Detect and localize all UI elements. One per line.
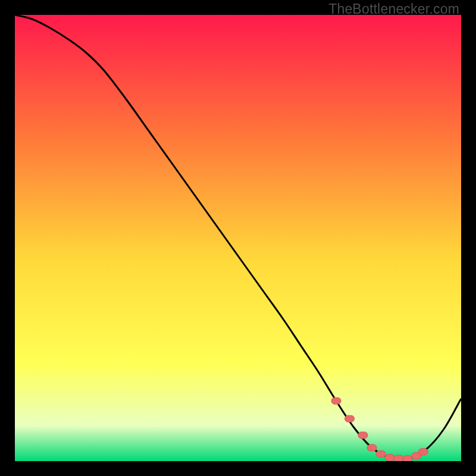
marker-point — [418, 449, 428, 455]
marker-point — [394, 455, 403, 461]
marker-point — [367, 444, 377, 451]
marker-point — [385, 455, 394, 461]
plot-frame — [15, 15, 461, 461]
marker-point — [403, 456, 412, 461]
chart-stage: TheBottlenecker.com — [0, 0, 476, 476]
marker-point — [345, 415, 355, 422]
marker-point — [331, 397, 341, 404]
marker-point — [358, 432, 368, 439]
gradient-background — [15, 15, 461, 461]
bottleneck-chart-svg — [15, 15, 461, 461]
marker-point — [376, 451, 386, 458]
